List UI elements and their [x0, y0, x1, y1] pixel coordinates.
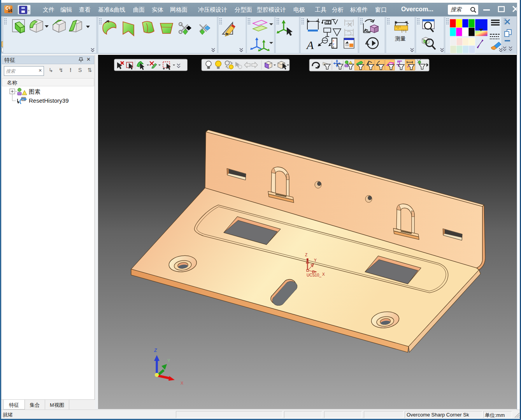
- svg-text:Z: Z: [154, 348, 157, 353]
- svg-text:z: z: [333, 45, 334, 49]
- svg-text:ResetHistory39: ResetHistory39: [29, 97, 69, 104]
- svg-text:UCS10_: UCS10_: [307, 273, 321, 277]
- svg-text:X: X: [322, 272, 325, 276]
- svg-text:A: A: [306, 38, 314, 51]
- svg-text:Z: Z: [305, 253, 307, 257]
- svg-text:测量: 测量: [395, 35, 406, 42]
- svg-text:Y: Y: [167, 358, 170, 363]
- svg-text:Y: Y: [314, 258, 317, 262]
- svg-text:图素: 图素: [29, 88, 40, 95]
- svg-text:X: X: [181, 381, 184, 385]
